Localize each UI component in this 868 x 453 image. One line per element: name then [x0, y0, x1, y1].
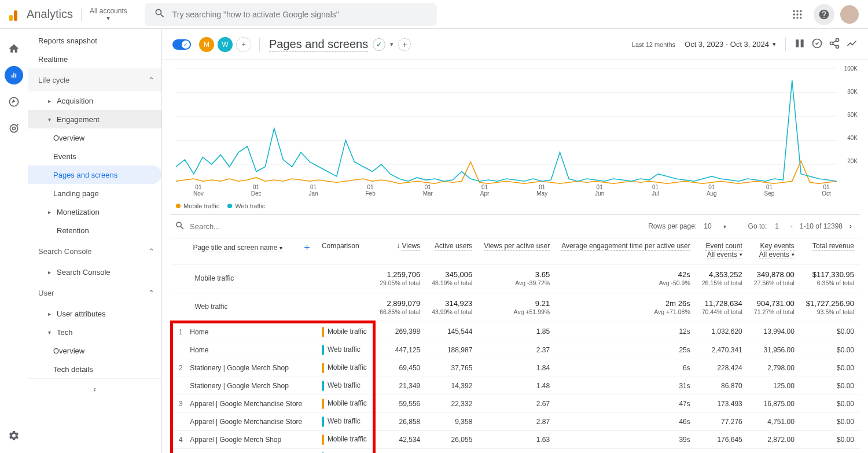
- sidebar-item-user-attributes[interactable]: ▸User attributes: [28, 304, 161, 323]
- prev-page-button[interactable]: ‹: [787, 222, 796, 230]
- sidebar-item-tech[interactable]: ▾Tech: [28, 323, 161, 341]
- sidebar-item-engagement[interactable]: ▾Engagement: [28, 110, 161, 128]
- rows-per-page-select[interactable]: 10▾: [700, 222, 729, 230]
- search-bar[interactable]: [145, 3, 437, 26]
- search-input[interactable]: [172, 10, 428, 19]
- chevron-down-icon: ▾: [106, 14, 110, 21]
- sidebar: Reports snapshot Realtime Life cycle ⌃ ▸…: [28, 29, 162, 453]
- sidebar-item-landing-page[interactable]: Landing page: [28, 184, 161, 202]
- sidebar-item-retention[interactable]: Retention: [28, 221, 161, 240]
- comparison-toggle[interactable]: ✓: [172, 39, 191, 50]
- settings-icon[interactable]: [5, 426, 23, 445]
- sidebar-section-life-cycle[interactable]: Life cycle ⌃: [28, 68, 161, 91]
- svg-line-18: [833, 44, 836, 46]
- collapse-sidebar-button[interactable]: ‹: [28, 378, 161, 399]
- sort-down-icon: ↓: [396, 242, 400, 250]
- table-row[interactable]: Stationery | Google Merch ShopWeb traffi…: [172, 377, 860, 395]
- avatar[interactable]: [840, 5, 859, 24]
- sidebar-item-pages-screens[interactable]: Pages and screens: [28, 165, 161, 184]
- chart-legend: Mobile traffic Web traffic: [170, 197, 860, 209]
- column-header[interactable]: Views: [402, 242, 420, 251]
- svg-point-14: [836, 39, 839, 42]
- sidebar-item-search-console[interactable]: ▸Search Console: [28, 263, 161, 281]
- insights-icon[interactable]: [846, 38, 858, 51]
- sidebar-item-reports-snapshot[interactable]: Reports snapshot: [28, 31, 161, 50]
- column-header[interactable]: Active users: [435, 242, 472, 251]
- sidebar-item-monetization[interactable]: ▸Monetization: [28, 202, 161, 221]
- table-row[interactable]: Apparel | Google Merch ShopWeb traffic42…: [172, 448, 860, 453]
- next-page-button[interactable]: ›: [846, 222, 855, 230]
- column-header[interactable]: Key events: [760, 242, 794, 251]
- table-controls: Rows per page: 10▾ Go to: 1 ‹ 1-10 of 12…: [170, 214, 860, 238]
- add-segment-button[interactable]: +: [236, 37, 251, 52]
- sidebar-item-acquisition[interactable]: ▸Acquisition: [28, 91, 161, 110]
- page-range-label: 1-10 of 12398: [800, 222, 843, 230]
- svg-point-1: [796, 10, 798, 12]
- sidebar-item-tech-details[interactable]: Tech details: [28, 360, 161, 378]
- reports-icon[interactable]: [5, 66, 23, 84]
- add-filter-button[interactable]: +: [398, 38, 411, 51]
- svg-point-15: [830, 42, 833, 45]
- help-icon[interactable]: [814, 4, 834, 25]
- event-filter-select[interactable]: All events ▾: [707, 251, 742, 259]
- totals-row: Web traffic2,899,07966.85% of total314,9…: [172, 293, 860, 322]
- segment-chip-mobile[interactable]: M: [199, 37, 214, 52]
- explore-icon[interactable]: [5, 93, 23, 111]
- data-table: Page title and screen name ▾ + Compariso…: [170, 238, 860, 453]
- svg-rect-11: [796, 39, 799, 47]
- segment-chip-web[interactable]: W: [218, 37, 233, 52]
- chevron-up-icon: ⌃: [148, 247, 155, 256]
- goto-input[interactable]: 1: [770, 222, 784, 230]
- top-bar: Analytics All accounts ▾: [0, 0, 868, 29]
- svg-point-9: [10, 124, 17, 132]
- sidebar-item-events[interactable]: Events: [28, 147, 161, 165]
- chart-panel: 20K40K60K80K100K 01Nov01Dec01Jan01Feb01M…: [170, 68, 860, 214]
- share-icon[interactable]: [829, 38, 840, 51]
- sidebar-section-search-console[interactable]: Search Console ⌃: [28, 240, 161, 263]
- sidebar-item-realtime[interactable]: Realtime: [28, 50, 161, 68]
- table-row[interactable]: Apparel | Google Merchandise StoreWeb tr…: [172, 413, 860, 430]
- chevron-down-icon: ▾: [773, 40, 776, 48]
- chevron-up-icon: ⌃: [148, 289, 155, 297]
- table-row[interactable]: HomeWeb traffic447,125188,9872.3725s2,47…: [172, 341, 860, 359]
- totals-row: Mobile traffic1,259,70629.05% of total34…: [172, 264, 860, 293]
- date-preset-label: Last 12 months: [632, 41, 675, 48]
- report-header: ✓ M W + Pages and screens ✓ ▾ + Last 12 …: [162, 29, 868, 60]
- svg-line-17: [833, 40, 836, 42]
- table-row[interactable]: 1 HomeMobile traffic269,398145,5441.8512…: [172, 322, 860, 341]
- customize-icon[interactable]: [794, 38, 806, 51]
- date-range-selector[interactable]: Oct 3, 2023 - Oct 3, 2024 ▾: [685, 40, 776, 49]
- sidebar-item-overview[interactable]: Overview: [28, 128, 161, 147]
- sidebar-section-user[interactable]: User ⌃: [28, 281, 161, 304]
- apps-icon[interactable]: [787, 4, 808, 25]
- chevron-down-icon[interactable]: ▾: [390, 40, 393, 48]
- table-row[interactable]: 4 Apparel | Google Merch ShopMobile traf…: [172, 430, 860, 448]
- key-events-filter-select[interactable]: All events ▾: [759, 251, 795, 259]
- svg-point-2: [800, 10, 801, 12]
- add-dimension-button[interactable]: +: [304, 242, 310, 254]
- check-icon[interactable]: ✓: [373, 38, 385, 51]
- column-header[interactable]: Event count: [705, 242, 742, 251]
- svg-point-7: [796, 17, 798, 19]
- main: ✓ M W + Pages and screens ✓ ▾ + Last 12 …: [162, 29, 868, 453]
- account-selector[interactable]: All accounts ▾: [90, 8, 127, 21]
- sidebar-item-tech-overview[interactable]: Overview: [28, 341, 161, 360]
- app-name: Analytics: [27, 8, 73, 21]
- column-header[interactable]: Views per active user: [484, 242, 550, 251]
- column-header[interactable]: Total revenue: [812, 242, 854, 251]
- account-label: All accounts: [90, 8, 127, 14]
- column-header[interactable]: Comparison: [322, 242, 359, 250]
- chevron-left-icon: ‹: [93, 385, 95, 393]
- search-icon: [154, 8, 165, 21]
- home-icon[interactable]: [5, 39, 23, 58]
- advertising-icon[interactable]: [5, 119, 23, 138]
- column-header[interactable]: Average engagement time per active user: [561, 242, 690, 251]
- table-row[interactable]: 3 Apparel | Google Merchandise StoreMobi…: [172, 395, 860, 413]
- table-search-input[interactable]: [190, 222, 287, 231]
- dimension-selector[interactable]: Page title and screen name ▾: [193, 244, 282, 252]
- page-title: Pages and screens: [269, 38, 368, 51]
- edit-icon[interactable]: [811, 38, 823, 51]
- table-row[interactable]: 2 Stationery | Google Merch ShopMobile t…: [172, 359, 860, 377]
- svg-rect-12: [801, 39, 804, 47]
- svg-point-8: [800, 17, 801, 19]
